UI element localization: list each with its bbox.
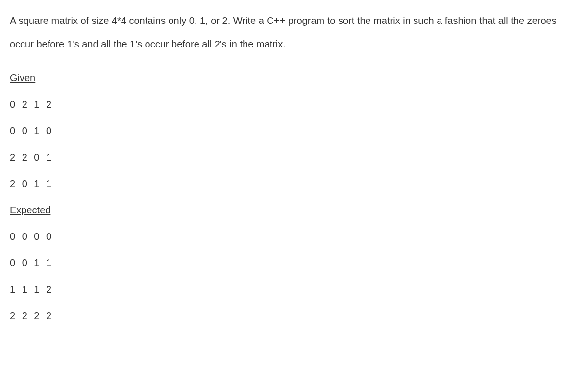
expected-row: 0 0 0 0 (10, 229, 578, 244)
given-heading: Given (10, 70, 578, 85)
expected-row: 2 2 2 2 (10, 308, 578, 323)
given-row: 0 0 1 0 (10, 123, 578, 138)
given-row: 0 2 1 2 (10, 97, 578, 112)
problem-statement: A square matrix of size 4*4 contains onl… (10, 9, 578, 56)
given-row: 2 0 1 1 (10, 176, 578, 191)
given-row: 2 2 0 1 (10, 150, 578, 164)
expected-row: 0 0 1 1 (10, 256, 578, 270)
expected-row: 1 1 1 2 (10, 282, 578, 297)
expected-heading: Expected (10, 203, 578, 217)
